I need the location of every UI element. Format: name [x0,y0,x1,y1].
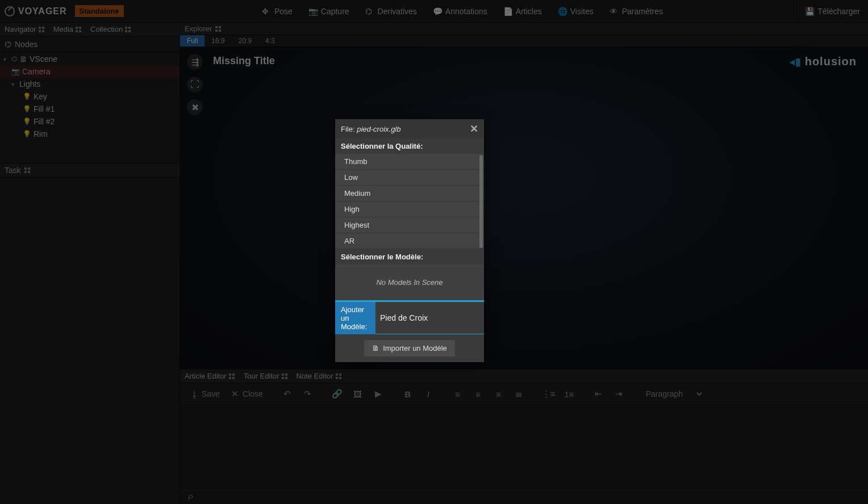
tree-lights[interactable]: ▾Lights [0,78,180,90]
tree-light-fill2[interactable]: 💡Fill #2 [0,115,180,128]
tree-light-key[interactable]: 💡Key [0,90,180,103]
number-list-button[interactable]: 1≡ [561,387,578,401]
articles-button[interactable]: 📄Articles [495,0,550,23]
align-justify-icon: ≣ [514,389,524,399]
quality-high[interactable]: High [335,201,484,217]
annotations-button[interactable]: 💬Annotations [425,0,495,23]
viewport[interactable]: ⇶ ⛶ ✖ Missing Title ◂▮holusion [180,47,868,369]
brand-dot-icon: ◂▮ [790,56,802,68]
brand-logo: ◂▮holusion [790,55,857,68]
visites-button[interactable]: 🌐Visites [550,0,602,23]
tree-scene-label: VScene [30,54,57,64]
file-plus-icon: 🗎 [372,344,379,352]
derivatives-button[interactable]: ⌬Derivatives [357,0,425,23]
model-section-title: Sélectionner le Modèle: [335,249,484,264]
bold-button[interactable]: B [399,387,416,401]
aspect-20-9[interactable]: 20:9 [232,35,258,47]
tree-fill1-label: Fill #1 [34,104,55,114]
outdent-icon: ⇤ [594,389,604,399]
editor-close-label: Close [243,389,263,398]
tab-note-editor[interactable]: Note Editor [292,369,346,383]
share-button[interactable]: ⇶ [187,54,203,70]
modal-header: File: pied-croix.glb ✕ [335,119,484,138]
aspect-16-9[interactable]: 16:9 [205,35,231,47]
bulb-icon: 💡 [23,130,31,138]
tools-button[interactable]: ✖ [187,99,203,115]
camera-icon: 📷 [11,68,20,75]
standalone-badge: Standalone [75,5,124,17]
import-btn-label: Importer un Modèle [383,344,447,352]
scrollbar[interactable] [479,155,483,248]
task-header[interactable]: Task [0,163,180,178]
paragraph-select[interactable]: Paragraph [640,387,704,401]
undo-icon: ↶ [282,389,293,399]
tree-light-fill1[interactable]: 💡Fill #1 [0,103,180,115]
image-button[interactable]: 🖼 [349,387,366,401]
redo-icon: ↷ [303,389,313,399]
grid-icon [125,27,131,32]
file-icon: 🗎 [19,54,27,64]
bold-icon: B [403,389,413,399]
quality-medium[interactable]: Medium [335,186,484,201]
tree-key-label: Key [34,92,47,101]
editor-save-button[interactable]: ⭳Save [186,387,223,401]
quality-thumb[interactable]: Thumb [335,154,484,170]
tab-collection-label: Collection [90,25,123,33]
pose-button[interactable]: ✥Pose [254,0,301,23]
align-center-button[interactable]: ≡ [470,387,487,401]
indent-icon: ⇥ [614,389,624,399]
telecharger-button[interactable]: 💾Télécharger [796,0,868,23]
redo-button[interactable]: ↷ [299,387,316,401]
tree-camera[interactable]: 📷Camera [0,65,180,78]
align-right-icon: ≡ [494,389,504,399]
video-button[interactable]: ▶ [370,387,387,401]
number-list-icon: 1≡ [564,389,574,399]
tab-navigator[interactable]: Navigator [0,23,49,36]
tab-collection[interactable]: Collection [86,23,135,36]
italic-button[interactable]: I [420,387,437,401]
grid-icon [76,27,81,32]
parametres-button[interactable]: 👁Paramètres [602,0,671,23]
bottom-tabs: Article Editor Tour Editor Note Editor [180,369,868,383]
add-model-input[interactable] [375,302,484,334]
editor-content[interactable] [180,405,868,490]
quality-ar[interactable]: AR [335,233,484,249]
tree-rim-label: Rim [34,129,48,138]
tools-icon: ✖ [191,102,199,113]
aspect-4-3[interactable]: 4:3 [258,35,282,47]
fullscreen-button[interactable]: ⛶ [187,77,203,93]
tab-article-editor[interactable]: Article Editor [180,369,239,383]
capture-button[interactable]: 📷Capture [301,0,357,23]
tab-tour-editor[interactable]: Tour Editor [239,369,292,383]
brand-text: holusion [805,55,857,68]
undo-button[interactable]: ↶ [279,387,296,401]
align-right-button[interactable]: ≡ [490,387,507,401]
modal-close-button[interactable]: ✕ [470,123,478,135]
align-left-button[interactable]: ≡ [449,387,466,401]
align-justify-button[interactable]: ≣ [511,387,528,401]
indent-button[interactable]: ⇥ [611,387,628,401]
tab-media[interactable]: Media [49,23,86,36]
capture-label: Capture [321,7,349,16]
eye-icon: 👁 [610,7,619,16]
editor-toolbar: ⭳Save ✕Close ↶ ↷ 🔗 🖼 ▶ B I ≡ ≡ ≡ ≣ ⋮≡ 1≡… [180,383,868,405]
bullet-list-button[interactable]: ⋮≡ [540,387,557,401]
grid-icon [39,27,44,32]
outdent-button[interactable]: ⇤ [590,387,607,401]
derivatives-label: Derivatives [378,7,417,16]
quality-highest[interactable]: Highest [335,217,484,233]
aspect-full[interactable]: Full [180,35,205,47]
hierarchy-icon: ⌬ [365,7,374,16]
task-header-label: Task [5,166,21,175]
quality-list: Thumb Low Medium High Highest AR [335,154,484,249]
link-button[interactable]: 🔗 [329,387,346,401]
tree-light-rim[interactable]: 💡Rim [0,128,180,140]
editor-close-button[interactable]: ✕Close [227,387,266,401]
import-model-button[interactable]: 🗎Importer un Modèle [364,340,455,356]
bulb-icon: 💡 [23,93,31,100]
modal-file-prefix: File: [341,125,357,133]
quality-low[interactable]: Low [335,170,484,186]
grid-icon [282,373,287,379]
aspect-tabs: Full 16:9 20:9 4:3 [180,35,868,47]
tree-scene[interactable]: ▾⌬🗎VScene [0,53,180,65]
